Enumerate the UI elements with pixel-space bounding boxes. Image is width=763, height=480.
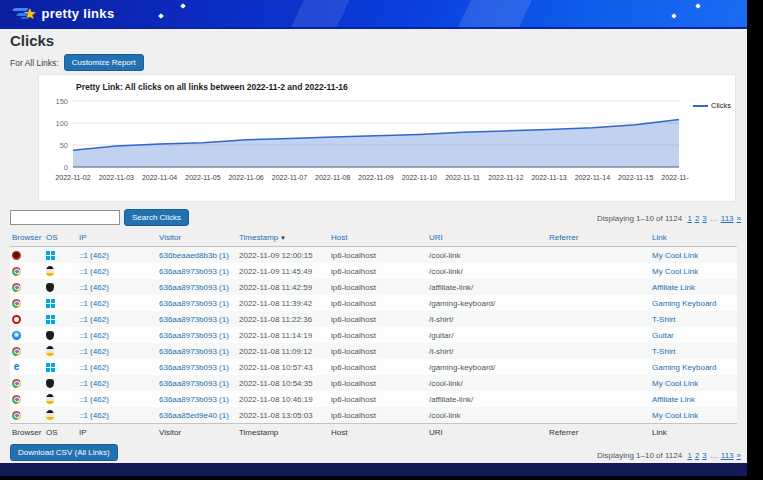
customize-report-button[interactable]: Customize Report [64, 54, 144, 71]
visitor-link[interactable]: 636aa8973b093 (1) [159, 347, 229, 356]
column-header-timestamp[interactable]: Timestamp ▼ [237, 229, 329, 247]
pretty-link-name[interactable]: Affiliate Link [652, 283, 695, 292]
visitor-link[interactable]: 636aa8973b093 (1) [159, 379, 229, 388]
page-link-113[interactable]: 113 [721, 451, 734, 460]
ip-link[interactable]: ::1 (462) [79, 363, 109, 372]
logo-swoosh-icon [10, 7, 28, 20]
uri-cell: /cool-link [427, 247, 547, 264]
visitor-link[interactable]: 636aa8973b093 (1) [159, 267, 229, 276]
sort-desc-icon: ▼ [278, 235, 286, 241]
timestamp-cell: 2022-11-08 11:09:12 [237, 343, 329, 359]
pretty-link-name[interactable]: T-Shirt [652, 347, 676, 356]
svg-text:2022-11-14: 2022-11-14 [575, 174, 610, 181]
page-link-3[interactable]: 3 [702, 451, 706, 460]
svg-text:2022-11-13: 2022-11-13 [531, 174, 566, 181]
pretty-link-name[interactable]: My Cool Link [652, 251, 698, 260]
ip-link[interactable]: ::1 (462) [79, 283, 109, 292]
referrer-cell [547, 407, 650, 424]
page-link-113[interactable]: 113 [721, 214, 734, 223]
pretty-link-name[interactable]: Gaming Keyboard [652, 299, 716, 308]
timestamp-cell: 2022-11-09 12:00:15 [237, 247, 329, 264]
firefox-browser-icon [12, 251, 21, 260]
column-header-host[interactable]: Host [329, 229, 427, 247]
click-row: ::1 (462)636aa8973b093 (1)2022-11-08 10:… [10, 375, 737, 391]
column-header-browser: Browser [10, 424, 44, 442]
ip-link[interactable]: ::1 (462) [79, 395, 109, 404]
uri-cell: /cool-link [427, 407, 547, 424]
ip-link[interactable]: ::1 (462) [79, 331, 109, 340]
pretty-link-name[interactable]: T-Shirt [652, 315, 676, 324]
column-header-link[interactable]: Link [650, 229, 737, 247]
uri-cell: /affiliate-link/ [427, 279, 547, 295]
page-link-2[interactable]: 2 [695, 214, 699, 223]
pagination-ellipsis: … [710, 214, 718, 223]
pretty-link-name[interactable]: Guitar [652, 331, 674, 340]
host-cell: ip6-localhost [329, 343, 427, 359]
next-page-link[interactable]: » [737, 214, 741, 223]
column-header-os[interactable]: OS [44, 229, 77, 247]
pretty-link-name[interactable]: Gaming Keyboard [652, 363, 716, 372]
chrome-browser-icon [12, 299, 21, 308]
referrer-cell [547, 391, 650, 407]
safari-browser-icon [12, 331, 21, 340]
ip-link[interactable]: ::1 (462) [79, 411, 109, 420]
pretty-link-name[interactable]: My Cool Link [652, 267, 698, 276]
pretty-link-name[interactable]: My Cool Link [652, 379, 698, 388]
page-link-3[interactable]: 3 [702, 214, 706, 223]
click-row: ::1 (462)636aa8973b093 (1)2022-11-08 11:… [10, 295, 737, 311]
column-header-referrer[interactable]: Referrer [547, 229, 650, 247]
ip-link[interactable]: ::1 (462) [79, 347, 109, 356]
uri-cell: /cool-link/ [427, 375, 547, 391]
visitor-link[interactable]: 636aa8973b093 (1) [159, 315, 229, 324]
svg-text:2022-11-05: 2022-11-05 [185, 174, 220, 181]
ip-link[interactable]: ::1 (462) [79, 251, 109, 260]
column-header-visitor[interactable]: Visitor [157, 229, 237, 247]
visitor-link[interactable]: 636aa8973b093 (1) [159, 363, 229, 372]
next-page-link[interactable]: » [737, 451, 741, 460]
host-cell: ip6-localhost [329, 311, 427, 327]
column-header-ip[interactable]: IP [77, 229, 157, 247]
referrer-cell [547, 311, 650, 327]
svg-text:2022-11-04: 2022-11-04 [142, 174, 177, 181]
table-footer-row: BrowserOSIPVisitorTimestampHostURIReferr… [10, 424, 737, 442]
search-clicks-button[interactable]: Search Clicks [124, 209, 189, 226]
linux-os-icon [46, 266, 54, 276]
column-header-link: Link [650, 424, 737, 442]
referrer-cell [547, 247, 650, 264]
svg-text:2022-11-16: 2022-11-16 [661, 174, 689, 181]
visitor-link[interactable]: 636aa8973b093 (1) [159, 395, 229, 404]
chrome-browser-icon [12, 379, 21, 388]
click-row: ::1 (462)636beaaed8b3b (1)2022-11-09 12:… [10, 247, 737, 264]
ip-link[interactable]: ::1 (462) [79, 267, 109, 276]
svg-text:150: 150 [55, 97, 68, 106]
visitor-link[interactable]: 636beaaed8b3b (1) [159, 251, 229, 260]
timestamp-cell: 2022-11-09 11:45:49 [237, 263, 329, 279]
apple-os-icon [46, 379, 54, 388]
edge-browser-icon [12, 363, 21, 372]
visitor-link[interactable]: 636aa8973b093 (1) [159, 299, 229, 308]
visitor-link[interactable]: 636aa8973b093 (1) [159, 331, 229, 340]
column-header-browser[interactable]: Browser [10, 229, 44, 247]
ip-link[interactable]: ::1 (462) [79, 299, 109, 308]
ip-link[interactable]: ::1 (462) [79, 315, 109, 324]
search-input[interactable] [10, 210, 120, 225]
uri-cell: /t-shirt/ [427, 343, 547, 359]
svg-text:0: 0 [64, 163, 68, 172]
svg-text:2022-11-06: 2022-11-06 [228, 174, 263, 181]
pretty-link-name[interactable]: Affiliate Link [652, 395, 695, 404]
search-row: Search Clicks [10, 209, 189, 226]
ip-link[interactable]: ::1 (462) [79, 379, 109, 388]
page-link-1[interactable]: 1 [687, 451, 691, 460]
uri-cell: /gaming-keyboard/ [427, 295, 547, 311]
page-link-2[interactable]: 2 [695, 451, 699, 460]
visitor-link[interactable]: 636aa8973b093 (1) [159, 283, 229, 292]
pagination-top: Displaying 1–10 of 1124 123…113» [597, 214, 741, 223]
pretty-link-name[interactable]: My Cool Link [652, 411, 698, 420]
visitor-link[interactable]: 636aa85ed9e40 (1) [159, 411, 229, 420]
page-link-1[interactable]: 1 [687, 214, 691, 223]
download-csv-button[interactable]: Download CSV (All Links) [10, 444, 118, 461]
referrer-cell [547, 343, 650, 359]
column-header-uri[interactable]: URI [427, 229, 547, 247]
svg-text:50: 50 [60, 141, 68, 150]
svg-text:2022-11-15: 2022-11-15 [618, 174, 653, 181]
